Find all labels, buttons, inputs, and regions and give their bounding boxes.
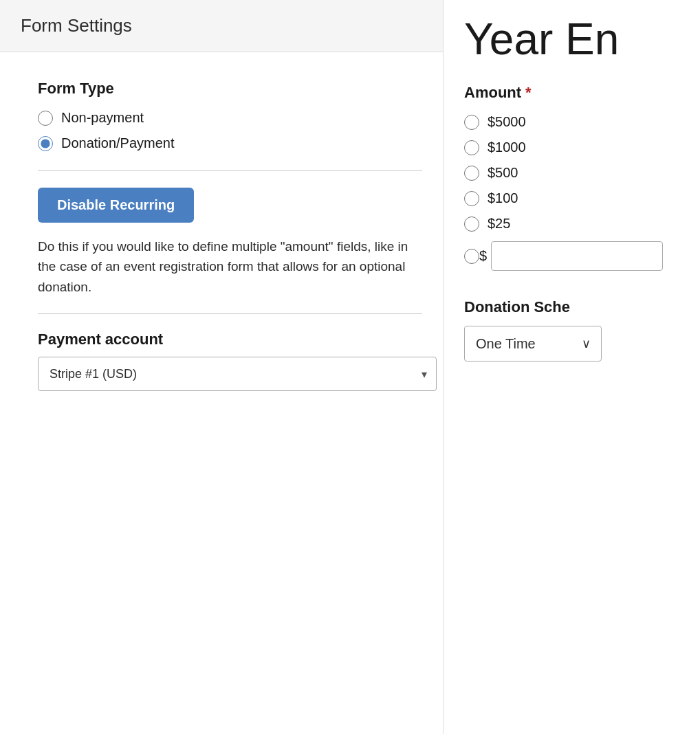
- donation-payment-option[interactable]: Donation/Payment: [38, 135, 422, 151]
- amount-100-option[interactable]: $100: [464, 190, 679, 206]
- amount-5000-label: $5000: [488, 114, 526, 130]
- left-header: Form Settings: [0, 0, 443, 52]
- amount-1000-label: $1000: [488, 140, 526, 155]
- custom-amount-row: $: [464, 241, 679, 271]
- page-title: Year En: [464, 14, 679, 65]
- custom-amount-input[interactable]: [491, 241, 663, 271]
- amount-25-label: $25: [488, 216, 510, 232]
- amount-5000-radio[interactable]: [464, 115, 479, 130]
- payment-account-wrapper: Stripe #1 (USD): [38, 357, 437, 391]
- left-content: Form Type Non-payment Donation/Payment D…: [0, 52, 443, 734]
- amount-25-radio[interactable]: [464, 216, 479, 232]
- donation-schedule-wrapper: One Time Monthly Quarterly Annually: [464, 326, 602, 362]
- payment-account-section: Payment account Stripe #1 (USD): [38, 331, 422, 391]
- amount-25-option[interactable]: $25: [464, 216, 679, 232]
- amount-100-radio[interactable]: [464, 191, 479, 206]
- amount-500-label: $500: [488, 165, 518, 181]
- payment-account-label: Payment account: [38, 331, 422, 348]
- amount-500-option[interactable]: $500: [464, 165, 679, 181]
- non-payment-label: Non-payment: [61, 110, 144, 126]
- custom-amount-radio[interactable]: [464, 249, 479, 264]
- non-payment-radio[interactable]: [38, 111, 53, 126]
- amount-options: $5000 $1000 $500 $100 $25: [464, 114, 679, 271]
- payment-account-select[interactable]: Stripe #1 (USD): [38, 357, 437, 391]
- disable-recurring-button[interactable]: Disable Recurring: [38, 188, 194, 223]
- divider-2: [38, 313, 422, 314]
- amount-1000-option[interactable]: $1000: [464, 140, 679, 155]
- donation-schedule-select[interactable]: One Time Monthly Quarterly Annually: [464, 326, 602, 362]
- form-type-radio-group: Non-payment Donation/Payment: [38, 110, 422, 151]
- amount-text: Amount: [464, 84, 521, 102]
- donation-schedule-section: Donation Sche One Time Monthly Quarterly…: [464, 298, 679, 362]
- amount-label: Amount *: [464, 84, 679, 102]
- amount-section: Amount * $5000 $1000 $500 $100: [464, 84, 679, 271]
- donation-payment-radio[interactable]: [38, 136, 53, 151]
- donation-schedule-label: Donation Sche: [464, 298, 679, 316]
- left-panel: Form Settings Form Type Non-payment Dona…: [0, 0, 444, 734]
- dollar-sign: $: [479, 248, 487, 264]
- non-payment-option[interactable]: Non-payment: [38, 110, 422, 126]
- disable-recurring-description: Do this if you would like to define mult…: [38, 236, 422, 297]
- amount-5000-option[interactable]: $5000: [464, 114, 679, 130]
- amount-100-label: $100: [488, 190, 518, 206]
- required-star: *: [525, 84, 532, 102]
- form-type-label: Form Type: [38, 80, 422, 98]
- divider-1: [38, 170, 422, 171]
- form-settings-title: Form Settings: [21, 15, 132, 36]
- amount-500-radio[interactable]: [464, 166, 479, 181]
- right-panel: Year En Amount * $5000 $1000 $500: [444, 0, 700, 734]
- donation-payment-label: Donation/Payment: [61, 135, 175, 151]
- amount-1000-radio[interactable]: [464, 140, 479, 155]
